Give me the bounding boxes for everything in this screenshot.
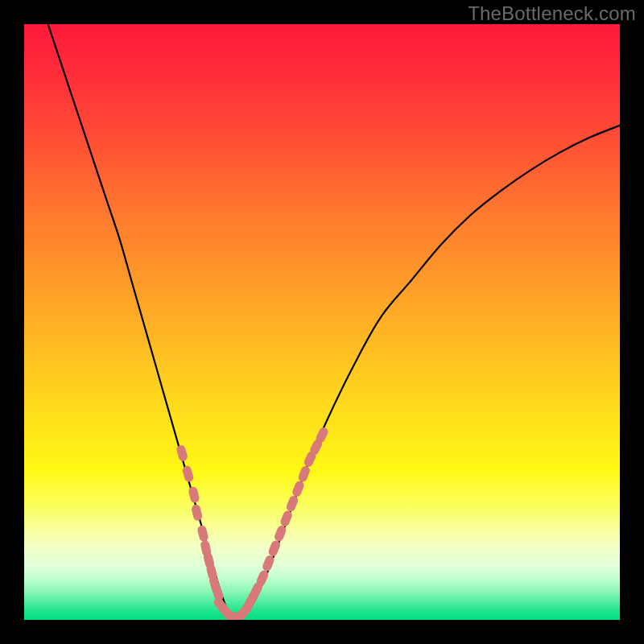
marker-right_cluster: [297, 464, 312, 483]
marker-right_cluster: [291, 480, 306, 498]
marker-left_cluster: [181, 465, 194, 483]
marker-left_cluster: [188, 486, 200, 504]
marker-left_cluster: [175, 444, 188, 462]
marker-left_cluster: [191, 504, 203, 522]
chart-svg: [24, 24, 620, 620]
marker-left_cluster: [196, 525, 209, 543]
bottleneck-curve: [48, 24, 620, 620]
outer-frame: TheBottleneck.com: [0, 0, 644, 644]
marker-right_cluster: [285, 494, 299, 513]
watermark-text: TheBottleneck.com: [468, 2, 636, 25]
marker-right_cluster: [279, 510, 294, 528]
plot-area: [24, 24, 620, 620]
